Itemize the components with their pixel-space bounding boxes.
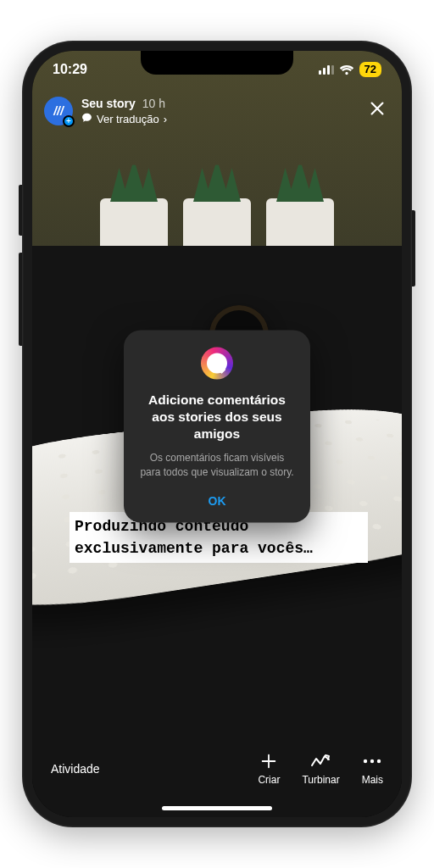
story-header: /// + Seu story 10 h Ver tradução › — [44, 97, 390, 125]
boost-button[interactable]: Turbinar — [302, 752, 339, 786]
more-label: Mais — [362, 774, 383, 786]
story-time: 10 h — [142, 97, 165, 110]
chevron-right-icon: › — [164, 113, 167, 125]
modal-title: Adicione comentários aos stories dos seu… — [139, 392, 295, 442]
wifi-icon — [339, 64, 354, 75]
svg-point-1 — [370, 760, 374, 763]
more-icon — [363, 752, 381, 771]
comments-intro-modal: Adicione comentários aos stories dos seu… — [124, 331, 310, 523]
status-right: 72 — [319, 62, 381, 77]
plus-icon — [259, 752, 278, 771]
chat-icon — [81, 112, 92, 125]
story-bottom-bar: Atividade Criar Turbinar — [32, 739, 402, 798]
comment-gradient-icon — [201, 348, 233, 380]
modal-ok-button[interactable]: OK — [139, 490, 295, 510]
phone-frame: 10:29 72 /// + Seu story — [22, 41, 412, 827]
avatar[interactable]: /// + — [44, 97, 73, 125]
svg-point-0 — [364, 760, 367, 763]
activity-button[interactable]: Atividade — [51, 762, 100, 776]
screen: 10:29 72 /// + Seu story — [32, 51, 402, 817]
boost-icon — [310, 752, 332, 771]
story-title[interactable]: Seu story — [81, 97, 136, 110]
notch — [141, 51, 293, 75]
modal-body: Os comentários ficam visíveis para todos… — [139, 451, 295, 478]
translate-link[interactable]: Ver tradução › — [81, 112, 167, 125]
add-story-icon[interactable]: + — [63, 115, 75, 127]
create-button[interactable]: Criar — [258, 752, 280, 786]
close-button[interactable] — [364, 97, 390, 124]
translate-label: Ver tradução — [97, 113, 159, 125]
more-button[interactable]: Mais — [362, 752, 383, 786]
boost-label: Turbinar — [302, 774, 339, 786]
svg-point-2 — [377, 760, 381, 763]
battery-badge: 72 — [359, 62, 381, 77]
cellular-icon — [319, 64, 334, 75]
create-label: Criar — [258, 774, 280, 786]
status-time: 10:29 — [53, 62, 87, 77]
home-indicator[interactable] — [162, 806, 272, 810]
